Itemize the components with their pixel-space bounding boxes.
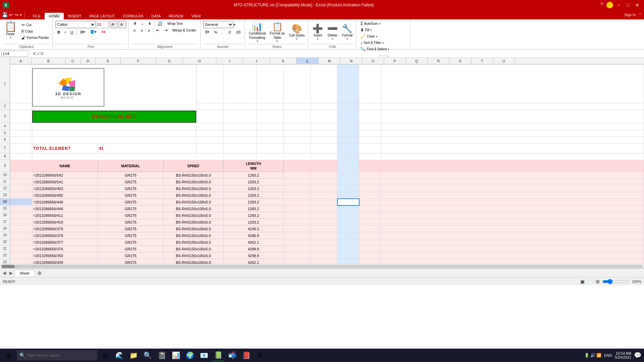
row-num-4[interactable]: 4 <box>0 123 10 130</box>
cell-l1[interactable] <box>337 65 359 103</box>
tab-data[interactable]: DATA <box>148 13 165 19</box>
col-header-n[interactable]: N <box>340 58 362 64</box>
col-header-g[interactable]: G <box>156 58 183 64</box>
autosum-button[interactable]: ΣAutoSum▾ <box>359 21 382 26</box>
taskbar-acrobat-icon[interactable]: 📕 <box>240 349 252 361</box>
font-family-select[interactable]: Calibri <box>55 21 96 28</box>
row-num-16[interactable]: 16 <box>0 212 10 219</box>
cell-j1[interactable] <box>284 65 311 103</box>
task-view-button[interactable]: ⧉ <box>99 349 111 361</box>
qa-undo-icon[interactable]: ↩ <box>9 12 13 17</box>
taskbar-powerpoint-icon[interactable]: 📊 <box>170 349 182 361</box>
tab-review[interactable]: REVIEW <box>165 13 187 19</box>
taskbar-search-input[interactable] <box>27 353 88 357</box>
align-left-button[interactable]: ≡ <box>131 27 138 33</box>
row-num-7[interactable]: 7 <box>0 143 10 153</box>
cell-a5[interactable] <box>10 130 32 137</box>
ribbon-collapse-icon[interactable]: ⌃ <box>638 12 642 17</box>
tab-page-layout[interactable]: PAGE LAYOUT <box>85 13 119 19</box>
copy-button[interactable]: ⎘Copy <box>20 28 50 34</box>
row-num-8[interactable]: 8 <box>0 153 10 160</box>
underline-button[interactable]: U <box>68 29 75 35</box>
cortana-icon[interactable] <box>606 2 613 8</box>
col-header-b[interactable]: B <box>32 58 65 64</box>
row-num-14[interactable]: 14 <box>0 198 10 205</box>
cell-a3[interactable] <box>10 110 32 123</box>
cell-m7[interactable] <box>359 143 381 154</box>
row-num-22[interactable]: 22 <box>0 252 10 259</box>
text-angle-button[interactable]: 🔄 <box>156 21 164 26</box>
number-format-select[interactable]: General <box>203 21 233 28</box>
align-bottom-button[interactable]: ⬇ <box>146 21 153 26</box>
cell-b8[interactable] <box>32 154 197 160</box>
cell-data-spref-10[interactable]: BS-RHS150x100x5.0 <box>164 172 223 179</box>
row-num-15[interactable]: 15 <box>0 205 10 212</box>
cell-m3[interactable] <box>359 110 381 123</box>
col-header-c[interactable]: C <box>65 58 80 64</box>
col-header-t[interactable]: T <box>471 58 493 64</box>
conditional-formatting-button[interactable]: 📊 Conditional Formatting ▾ <box>248 21 267 44</box>
align-right-button[interactable]: ≡ <box>146 27 152 33</box>
cell-j9[interactable] <box>284 160 311 172</box>
cell-n9-rest[interactable] <box>381 160 644 172</box>
zoom-slider[interactable] <box>602 279 629 284</box>
fill-button[interactable]: ⬇Fill▾ <box>359 27 373 33</box>
cell-h4[interactable] <box>223 123 257 130</box>
tab-formulas[interactable]: FORMULAS <box>119 13 147 19</box>
taskbar-search-icon[interactable]: 🔍 <box>142 349 154 361</box>
cell-n2-rest[interactable] <box>381 103 644 110</box>
increase-decimal-button[interactable]: .00 <box>233 29 243 35</box>
col-header-j[interactable]: J <box>243 58 270 64</box>
cancel-formula-button[interactable]: ✕ <box>33 51 37 56</box>
paste-button[interactable]: 📋 Paste ▾ <box>2 21 19 40</box>
cell-j3[interactable] <box>284 110 311 123</box>
cell-g3[interactable] <box>197 110 223 123</box>
row-num-5[interactable]: 5 <box>0 130 10 136</box>
taskbar-notepad-icon[interactable]: 📓 <box>156 349 168 361</box>
comma-button[interactable]: , <box>220 29 225 35</box>
row-num-9[interactable]: 9 <box>0 160 10 172</box>
sheet-tab-sheet[interactable]: Sheet <box>15 270 35 276</box>
cell-g5[interactable] <box>197 130 223 137</box>
cell-h7[interactable] <box>223 143 257 154</box>
align-center-button[interactable]: ≡ <box>139 27 145 33</box>
cell-l7[interactable] <box>337 143 359 154</box>
cell-a6[interactable] <box>10 137 32 143</box>
row-num-11[interactable]: 11 <box>0 178 10 185</box>
row-num-2[interactable]: 2 <box>0 103 10 110</box>
cell-i8[interactable] <box>257 154 284 160</box>
close-button[interactable]: ✕ <box>633 2 641 8</box>
font-color-button[interactable]: A▾ <box>99 29 108 35</box>
decrease-indent-button[interactable]: ⇤ <box>154 27 161 33</box>
cell-k9[interactable] <box>311 160 337 172</box>
qa-more-icon[interactable]: ▾ <box>20 13 22 17</box>
row-num-12[interactable]: 12 <box>0 185 10 192</box>
percent-button[interactable]: % <box>212 29 219 35</box>
tab-insert[interactable]: INSERT <box>64 13 85 19</box>
delete-button[interactable]: ➖ Delete ▾ <box>326 23 339 41</box>
cell-i3[interactable] <box>257 110 284 123</box>
cell-i7[interactable] <box>257 143 284 154</box>
cell-k5[interactable] <box>311 130 337 137</box>
cell-n5-rest[interactable] <box>381 130 644 137</box>
cell-j2[interactable] <box>284 103 311 110</box>
cell-m6[interactable] <box>359 137 381 143</box>
cell-k3[interactable] <box>311 110 337 123</box>
cell-j4[interactable] <box>284 123 311 130</box>
row-num-17[interactable]: 17 <box>0 219 10 225</box>
cell-m8[interactable] <box>359 154 381 160</box>
font-size-decrease-button[interactable]: A⁻ <box>118 21 126 28</box>
col-header-e[interactable]: E <box>96 58 121 64</box>
restore-button[interactable]: □ <box>624 2 632 8</box>
bold-button[interactable]: B <box>55 29 62 35</box>
row-num-19[interactable]: 19 <box>0 232 10 239</box>
tab-view[interactable]: VIEW <box>187 13 205 19</box>
clear-button[interactable]: 🧹Clear▾ <box>359 34 379 39</box>
confirm-formula-button[interactable]: ✓ <box>37 51 41 56</box>
col-header-a[interactable]: A <box>10 58 32 64</box>
cell-h5[interactable] <box>223 130 257 137</box>
cell-g1[interactable] <box>197 65 223 103</box>
page-break-icon[interactable]: ⊞ <box>596 279 600 284</box>
tab-file[interactable]: FILE <box>29 13 45 19</box>
taskbar-excel-icon[interactable]: 📗 <box>212 349 224 361</box>
